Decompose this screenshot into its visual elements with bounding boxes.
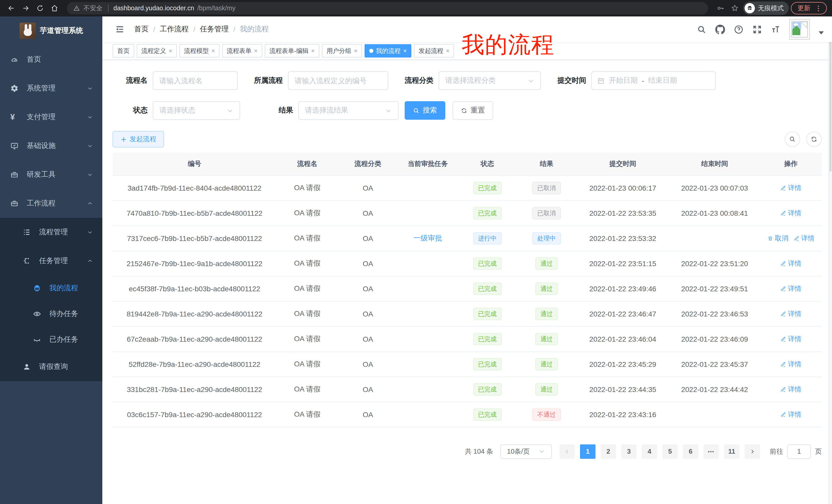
close-icon[interactable]: × [211, 48, 215, 54]
sidebar-collapse-icon[interactable] [110, 24, 129, 34]
cancel-link[interactable]: 取消 [767, 233, 788, 243]
tab-process-model[interactable]: 流程模型× [179, 44, 219, 58]
close-icon[interactable]: × [354, 48, 357, 54]
close-icon[interactable]: × [311, 48, 315, 54]
detail-link[interactable]: 详情 [780, 359, 801, 369]
chevron-up-icon [87, 258, 93, 264]
detail-link[interactable]: 详情 [780, 410, 801, 419]
page-button-1[interactable]: 1 [580, 444, 595, 458]
key-icon[interactable] [714, 2, 727, 15]
status-badge: 进行中 [473, 232, 502, 244]
breadcrumb-task-mgmt[interactable]: 任务管理 [200, 25, 229, 34]
detail-link[interactable]: 详情 [780, 334, 801, 343]
detail-link[interactable]: 详情 [780, 259, 801, 268]
more-pages-button[interactable]: ••• [703, 444, 719, 458]
back-icon[interactable] [5, 2, 18, 15]
toggle-search-icon[interactable] [785, 132, 800, 147]
tab-start-process[interactable]: 发起流程× [414, 44, 454, 58]
sidebar-item-workflow[interactable]: 工作流程 [0, 189, 102, 218]
page-button-6[interactable]: 6 [683, 444, 698, 458]
breadcrumb-workflow[interactable]: 工作流程 [160, 25, 189, 34]
detail-link[interactable]: 详情 [780, 309, 801, 318]
status-select[interactable]: 请选择状态 [153, 101, 240, 120]
goto-page-input[interactable] [787, 444, 811, 458]
page-button-4[interactable]: 4 [642, 444, 657, 458]
cell-submit-time: 2022-01-22 23:44:35 [576, 376, 669, 402]
url-bar[interactable]: 不安全 dashboard.yudao.iocoder.cn/bpm/task/… [67, 2, 708, 15]
home-icon[interactable] [48, 2, 61, 15]
prev-page-button[interactable] [560, 444, 575, 458]
font-size-icon[interactable] [771, 24, 781, 34]
refresh-icon [461, 107, 467, 114]
close-icon[interactable]: × [446, 48, 449, 54]
tab-user-group[interactable]: 用户分组× [322, 44, 362, 58]
tab-my-process[interactable]: 我的流程× [365, 44, 411, 58]
search-icon[interactable] [697, 24, 706, 34]
fullscreen-icon[interactable] [752, 24, 762, 34]
approve-task-link[interactable]: 一级审批 [413, 233, 442, 242]
update-button[interactable]: 更新 [791, 2, 827, 15]
result-badge: 已取消 [532, 207, 561, 219]
page-size-select[interactable]: 10条/页 [500, 444, 552, 458]
github-icon[interactable] [715, 24, 725, 34]
table-row: 67c2eaab-7b9a-11ec-a290-acde48001122OA 请… [113, 326, 822, 352]
date-range-picker[interactable]: 开始日期 - 结束日期 [591, 72, 716, 90]
breadcrumb: 首页 / 工作流程 / 任务管理 / 我的流程 [134, 25, 269, 34]
page-button-11[interactable]: 11 [724, 444, 739, 458]
tab-home[interactable]: 首页 [113, 44, 134, 58]
detail-link[interactable]: 详情 [780, 208, 801, 218]
category-select[interactable]: 请选择流程分类 [439, 72, 541, 90]
detail-link[interactable]: 详情 [780, 183, 801, 192]
close-icon[interactable]: × [254, 48, 258, 54]
sidebar-item-dev-tools[interactable]: 研发工具 [0, 160, 102, 189]
search-button[interactable]: 搜索 [405, 101, 445, 120]
help-icon[interactable] [734, 24, 744, 34]
tab-process-form[interactable]: 流程表单× [222, 44, 262, 58]
window-scrollbar[interactable] [828, 17, 832, 504]
avatar-caret-icon[interactable] [818, 31, 824, 34]
browser-menu-dots-icon[interactable] [814, 4, 822, 12]
sidebar-item-my-process[interactable]: 我的流程 [0, 275, 102, 301]
tab-process-definition[interactable]: 流程定义× [137, 44, 177, 58]
refresh-table-icon[interactable] [806, 132, 822, 147]
column-header: 编号 [113, 152, 277, 175]
process-definition-input[interactable] [288, 72, 388, 90]
result-badge: 已取消 [532, 181, 561, 194]
page-button-5[interactable]: 5 [662, 444, 678, 458]
sidebar-item-done-task[interactable]: 已办任务 [0, 327, 102, 353]
tab-process-form-edit[interactable]: 流程表单-编辑× [265, 44, 319, 58]
avatar[interactable] [789, 19, 810, 39]
sidebar-item-system[interactable]: 系统管理 [0, 74, 102, 103]
cell-category: OA [338, 200, 398, 226]
sidebar-item-leave-query[interactable]: 请假查询 [0, 353, 102, 381]
cell-id: 819442e8-7b9a-11ec-a290-acde48001122 [113, 301, 277, 326]
detail-link[interactable]: 详情 [794, 233, 814, 243]
page-button-2[interactable]: 2 [601, 444, 616, 458]
page-list: 123456•••11 [557, 444, 762, 458]
sidebar-item-process-mgmt[interactable]: 流程管理 [0, 218, 102, 247]
create-process-button[interactable]: 发起流程 [113, 131, 164, 147]
sidebar-item-task-mgmt[interactable]: 任务管理 [0, 247, 102, 275]
breadcrumb-home[interactable]: 首页 [134, 25, 149, 34]
detail-link[interactable]: 详情 [780, 284, 801, 293]
detail-link[interactable]: 详情 [780, 385, 801, 394]
sidebar-item-infrastructure[interactable]: 基础设施 [0, 132, 102, 160]
process-name-input[interactable] [153, 72, 238, 90]
sidebar-item-payment[interactable]: ¥支付管理 [0, 103, 102, 132]
filter-status-label: 状态 [121, 106, 148, 115]
goto-suffix: 页 [815, 447, 822, 456]
close-icon[interactable]: × [169, 48, 172, 54]
sidebar-item-todo-task[interactable]: 待办任务 [0, 301, 102, 327]
forward-icon[interactable] [20, 2, 32, 15]
app-logo[interactable]: 芋道管理系统 [0, 17, 102, 45]
cell-id: 7317cec6-7b9b-11ec-b5b7-acde48001122 [113, 226, 277, 251]
cell-result: 通过 [517, 276, 576, 301]
close-icon[interactable]: × [403, 48, 407, 54]
page-button-3[interactable]: 3 [621, 444, 636, 458]
reset-button[interactable]: 重置 [452, 101, 493, 120]
sidebar-item-home[interactable]: 首页 [0, 45, 102, 74]
bookmark-star-icon[interactable] [729, 2, 741, 15]
next-page-button[interactable] [745, 444, 760, 458]
reload-icon[interactable] [34, 2, 46, 15]
result-select[interactable]: 请选择流结果 [298, 101, 398, 120]
